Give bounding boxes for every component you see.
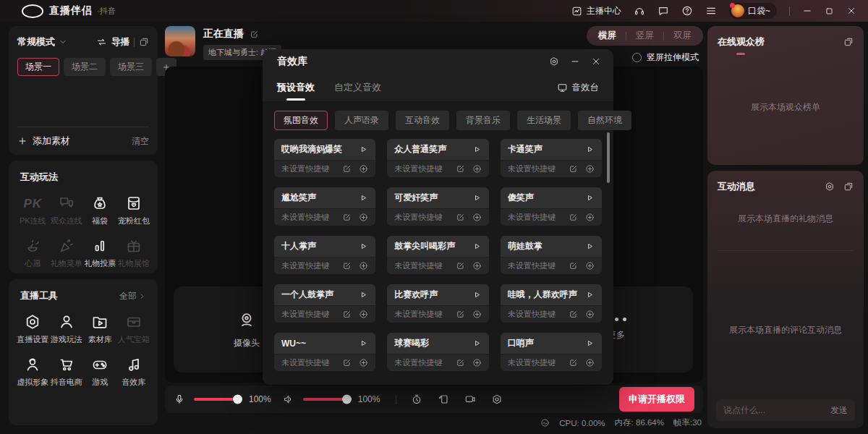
category-chip[interactable]: 氛围音效 (274, 111, 328, 130)
scene-tab[interactable]: 场景一 (17, 58, 59, 76)
modal-settings-icon[interactable] (549, 56, 559, 67)
clear-button[interactable]: 清空 (132, 135, 149, 148)
feature-item[interactable]: 抖音电商 (50, 356, 84, 386)
add-shortcut-icon[interactable] (585, 213, 595, 222)
edit-shortcut-icon[interactable] (456, 164, 465, 174)
play-icon[interactable] (359, 145, 368, 154)
add-material-button[interactable]: 添加素材 (33, 135, 70, 148)
play-icon[interactable] (585, 242, 595, 251)
edit-shortcut-icon[interactable] (456, 261, 465, 271)
play-icon[interactable] (472, 145, 482, 154)
play-icon[interactable] (359, 242, 368, 251)
scene-tab[interactable]: 场景二 (64, 58, 106, 76)
popout-icon[interactable] (843, 37, 854, 47)
add-shortcut-icon[interactable] (359, 213, 368, 222)
add-shortcut-icon[interactable] (585, 164, 595, 174)
add-shortcut-icon[interactable] (472, 310, 482, 319)
director-button[interactable]: 导播 (111, 36, 129, 48)
soundboard-button[interactable]: 音效台 (557, 82, 600, 94)
apply-broadcast-button[interactable]: 申请开播权限 (619, 387, 694, 412)
restart-timer-icon[interactable] (411, 393, 422, 405)
feature-item[interactable]: 心愿 (16, 237, 50, 268)
edit-shortcut-icon[interactable] (569, 261, 578, 271)
play-icon[interactable] (472, 193, 482, 203)
edit-shortcut-icon[interactable] (456, 358, 465, 367)
play-icon[interactable] (359, 339, 368, 348)
minimize-button[interactable] (802, 6, 812, 16)
speaker-icon[interactable] (283, 393, 294, 405)
speed-icon[interactable] (540, 418, 550, 427)
add-shortcut-icon[interactable] (359, 164, 368, 174)
settings-icon[interactable] (491, 393, 503, 405)
modal-tab[interactable]: 预设音效 (277, 81, 315, 94)
edit-shortcut-icon[interactable] (342, 164, 352, 174)
play-icon[interactable] (359, 193, 368, 203)
category-chip[interactable]: 人声语录 (335, 111, 388, 130)
screen-flip-icon[interactable] (438, 393, 449, 405)
edit-shortcut-icon[interactable] (569, 310, 578, 319)
add-shortcut-icon[interactable] (359, 261, 368, 271)
edit-shortcut-icon[interactable] (569, 213, 578, 222)
modal-tab[interactable]: 自定义音效 (334, 81, 381, 94)
edit-shortcut-icon[interactable] (456, 310, 465, 319)
play-icon[interactable] (359, 290, 368, 299)
feature-item[interactable]: 宠粉红包 (117, 195, 151, 225)
feature-item[interactable]: 礼物展馆 (117, 237, 151, 268)
play-icon[interactable] (585, 339, 595, 348)
feature-item[interactable]: 音效库 (117, 356, 151, 386)
orientation-option[interactable]: 双屏 (673, 30, 692, 42)
play-icon[interactable] (472, 339, 482, 348)
add-shortcut-icon[interactable] (472, 261, 482, 271)
feature-item[interactable]: 福袋 (83, 195, 117, 225)
feature-item[interactable]: 直播设置 (16, 313, 50, 344)
category-chip[interactable]: 自然环境 (578, 111, 631, 130)
modal-close-icon[interactable] (591, 56, 601, 67)
edit-shortcut-icon[interactable] (342, 310, 352, 319)
feature-item[interactable]: 游戏 (83, 356, 117, 386)
feature-item[interactable]: 观众连线 (50, 195, 84, 225)
stretch-mode-option[interactable]: 竖屏拉伸模式 (632, 51, 699, 64)
edit-shortcut-icon[interactable] (342, 261, 352, 271)
feature-item[interactable]: 人气宝箱 (117, 313, 151, 344)
edit-shortcut-icon[interactable] (456, 213, 465, 222)
popout-icon[interactable] (139, 37, 149, 47)
play-icon[interactable] (472, 242, 482, 251)
chat-input[interactable]: 说点什么... 发送 (716, 399, 855, 421)
add-shortcut-icon[interactable] (359, 310, 368, 319)
anchor-center-button[interactable]: 主播中心 (571, 5, 621, 17)
message-bubble-icon[interactable] (658, 5, 669, 17)
scene-tab[interactable]: 场景三 (110, 58, 152, 76)
maximize-button[interactable] (825, 7, 834, 16)
edit-shortcut-icon[interactable] (342, 213, 352, 222)
display-capture-icon[interactable] (464, 393, 476, 405)
add-shortcut-icon[interactable] (472, 213, 482, 222)
edit-shortcut-icon[interactable] (569, 358, 578, 367)
help-icon[interactable] (681, 5, 693, 17)
feature-item[interactable]: PKPK连线 (16, 195, 50, 225)
add-shortcut-icon[interactable] (585, 261, 595, 271)
menu-icon[interactable] (705, 5, 717, 17)
edit-title-icon[interactable] (250, 30, 259, 39)
headset-icon[interactable] (634, 5, 645, 17)
gear-icon[interactable] (825, 182, 835, 192)
orientation-option[interactable]: 竖屏 (636, 30, 654, 42)
speaker-volume-slider[interactable] (303, 394, 349, 404)
modal-minimize-icon[interactable] (570, 56, 580, 67)
feature-item[interactable]: 礼物菜单 (50, 237, 84, 268)
category-chip[interactable]: 互动音效 (396, 111, 449, 130)
add-shortcut-icon[interactable] (585, 310, 595, 319)
category-chip[interactable]: 背景音乐 (456, 111, 510, 130)
play-icon[interactable] (585, 145, 595, 154)
feature-item[interactable]: 素材库 (83, 313, 117, 344)
play-icon[interactable] (472, 290, 482, 299)
edit-shortcut-icon[interactable] (342, 358, 352, 367)
orientation-option[interactable]: 横屏 (598, 30, 616, 42)
tools-all-link[interactable]: 全部 (119, 290, 146, 302)
category-chip[interactable]: 生活场景 (517, 111, 571, 130)
microphone-icon[interactable] (174, 393, 185, 405)
play-icon[interactable] (585, 290, 595, 299)
play-icon[interactable] (585, 193, 595, 203)
add-shortcut-icon[interactable] (359, 358, 368, 367)
scrollbar-thumb[interactable] (607, 132, 610, 183)
user-account[interactable]: 口袋~ (729, 3, 777, 19)
